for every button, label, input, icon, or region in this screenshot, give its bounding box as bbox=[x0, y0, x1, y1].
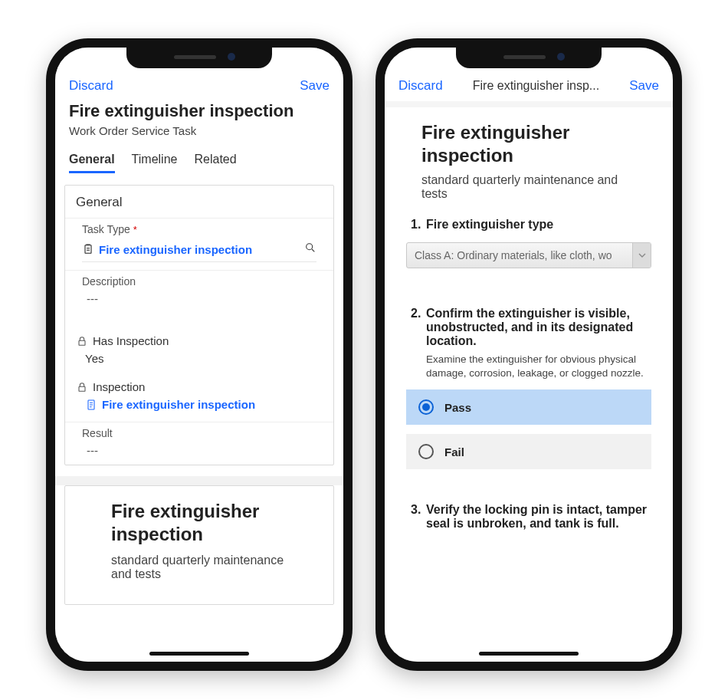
radio-selected-icon bbox=[418, 399, 434, 415]
required-asterisk: * bbox=[133, 224, 137, 235]
result-value[interactable]: --- bbox=[82, 439, 316, 457]
preview-title: Fire extinguisher inspection bbox=[111, 500, 287, 546]
result-label: Result bbox=[82, 427, 316, 439]
tab-related[interactable]: Related bbox=[194, 153, 236, 173]
home-indicator bbox=[149, 652, 249, 656]
radio-unselected-icon bbox=[418, 444, 434, 459]
q1-title: Fire extinguisher type bbox=[426, 218, 553, 232]
topbar-title: Fire extinguisher insp... bbox=[443, 79, 630, 93]
tab-general[interactable]: General bbox=[69, 153, 115, 173]
has-inspection-value: Yes bbox=[65, 347, 333, 373]
field-task-type: Task Type* Fire extinguisher inspection bbox=[65, 218, 333, 270]
description-value[interactable]: --- bbox=[82, 288, 316, 305]
question-3: 3. Verify the locking pin is intact, tam… bbox=[385, 469, 673, 531]
inspection-label: Inspection bbox=[93, 380, 145, 393]
field-description: Description --- bbox=[65, 270, 333, 313]
form-icon bbox=[85, 399, 97, 411]
q2-pass-label: Pass bbox=[444, 401, 471, 414]
task-type-lookup[interactable]: Fire extinguisher inspection bbox=[82, 243, 252, 256]
notch bbox=[456, 47, 602, 68]
discard-button[interactable]: Discard bbox=[398, 78, 443, 94]
q2-subtext: Examine the extinguisher for obvious phy… bbox=[411, 348, 651, 380]
clipboard-icon bbox=[82, 243, 94, 255]
q3-title: Verify the locking pin is intact, tamper… bbox=[426, 503, 651, 531]
q2-fail-label: Fail bbox=[444, 445, 464, 458]
save-button[interactable]: Save bbox=[629, 78, 659, 94]
tab-timeline[interactable]: Timeline bbox=[132, 153, 178, 173]
question-2: 2. Confirm the extinguisher is visible, … bbox=[385, 268, 673, 380]
description-label: Description bbox=[82, 275, 316, 288]
chevron-down-icon bbox=[632, 243, 651, 268]
q2-number: 2. bbox=[411, 307, 421, 320]
task-type-value: Fire extinguisher inspection bbox=[99, 243, 252, 256]
search-icon[interactable] bbox=[304, 242, 316, 257]
home-indicator bbox=[479, 652, 579, 656]
inspection-preview-card: Fire extinguisher inspection standard qu… bbox=[64, 485, 334, 605]
page-title: Fire extinguisher inspection bbox=[55, 101, 343, 121]
card-header: General bbox=[65, 186, 333, 218]
save-button[interactable]: Save bbox=[300, 78, 330, 94]
form-desc: standard quarterly maintenance and tests bbox=[421, 167, 644, 201]
screen-left: Discard Save Fire extinguisher inspectio… bbox=[55, 48, 343, 662]
screen-right: Discard Fire extinguisher insp... Save F… bbox=[385, 48, 673, 662]
notch bbox=[126, 47, 272, 68]
has-inspection-label: Has Inspection bbox=[93, 334, 169, 347]
field-result: Result --- bbox=[65, 422, 333, 465]
svg-rect-0 bbox=[85, 245, 91, 254]
question-1: 1. Fire extinguisher type bbox=[385, 201, 673, 232]
preview-desc: standard quarterly maintenance and tests bbox=[111, 546, 287, 581]
topbar: Discard Save bbox=[55, 75, 343, 101]
phone-frame-right: Discard Fire extinguisher insp... Save F… bbox=[375, 38, 682, 671]
phone-frame-left: Discard Save Fire extinguisher inspectio… bbox=[46, 38, 353, 671]
q2-option-pass[interactable]: Pass bbox=[406, 389, 651, 425]
form-title: Fire extinguisher inspection bbox=[421, 121, 644, 167]
general-card: General Task Type* Fire extinguisher ins… bbox=[64, 185, 334, 465]
lock-icon bbox=[76, 335, 88, 347]
q1-number: 1. bbox=[411, 218, 421, 232]
task-type-label: Task Type bbox=[82, 223, 130, 235]
q2-title: Confirm the extinguisher is visible, uno… bbox=[426, 307, 651, 348]
q1-dropdown[interactable]: Class A: Ordinary materials, like cloth,… bbox=[406, 242, 651, 268]
inspection-lookup[interactable]: Fire extinguisher inspection bbox=[85, 398, 255, 411]
page-subtitle: Work Order Service Task bbox=[55, 121, 343, 146]
svg-point-1 bbox=[307, 244, 313, 250]
tab-bar: General Timeline Related bbox=[55, 146, 343, 174]
svg-rect-3 bbox=[79, 386, 85, 391]
section-divider bbox=[55, 476, 343, 485]
discard-button[interactable]: Discard bbox=[69, 78, 113, 94]
lock-icon bbox=[76, 381, 88, 393]
svg-rect-2 bbox=[79, 340, 85, 345]
field-inspection: Inspection bbox=[65, 373, 333, 393]
inspection-value: Fire extinguisher inspection bbox=[102, 398, 255, 411]
field-has-inspection: Has Inspection bbox=[65, 327, 333, 347]
q2-option-fail[interactable]: Fail bbox=[406, 434, 651, 469]
topbar: Discard Fire extinguisher insp... Save bbox=[385, 75, 673, 101]
q3-number: 3. bbox=[411, 503, 421, 517]
q1-dropdown-value: Class A: Ordinary materials, like cloth,… bbox=[415, 249, 643, 261]
